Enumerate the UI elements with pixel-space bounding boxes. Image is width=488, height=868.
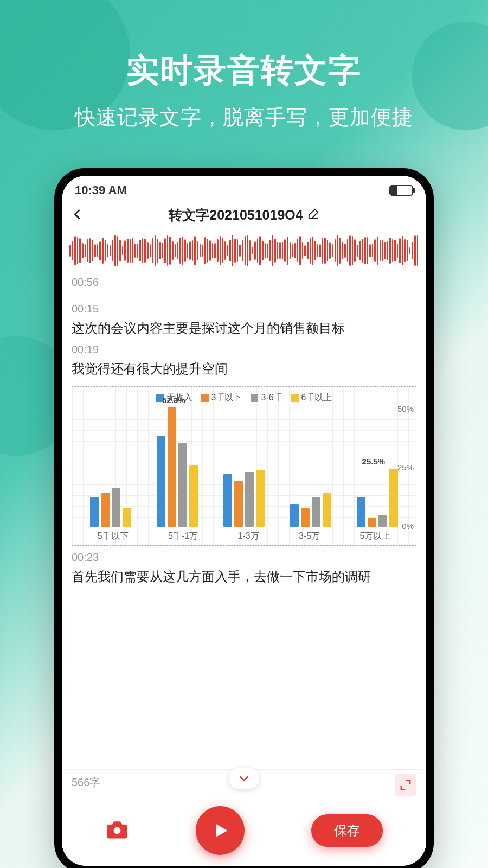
hero-subtitle: 快速记录文字，脱离手写，更加便捷 [0,104,488,131]
x-label: 1-3万 [237,531,259,542]
nav-title-wrap: 转文字2021051019O4 [90,206,398,224]
bar [368,518,376,527]
bar [178,443,187,527]
status-time: 10:39 AM [75,183,127,197]
transcript-line: 我觉得还有很大的提升空间 [72,359,416,379]
bar [312,497,320,527]
chart-legend: 无收入3千以下3-6千6千以上 [78,392,410,404]
phone-frame: 10:39 AM 转文字2021051019O4 00:56 00:15 这次的… [54,168,434,868]
transcript-line: 这次的会议内容主要是探讨这个月的销售额目标 [72,318,416,338]
svg-point-0 [113,827,120,834]
playback-position: 00:56 [62,273,426,297]
legend-item: 3-6千 [251,392,282,404]
play-icon [210,821,230,840]
document-title: 转文字2021051019O4 [169,206,303,224]
bar [301,508,310,527]
back-icon[interactable] [72,208,84,222]
char-count: 566字 [72,776,100,788]
bar [189,465,198,527]
bar [323,493,331,527]
bar [389,469,398,527]
chart-annotation: 25.5% [362,457,386,466]
chart-xlabels: 5千以下5千-1万1-3万3-5万5万以上 [78,531,410,542]
save-label: 保存 [334,823,360,838]
x-label: 5万以上 [359,531,390,542]
bar [123,508,131,527]
y-tick: 50% [397,404,414,413]
chevron-down-icon [238,773,250,784]
camera-button[interactable] [105,818,129,844]
timestamp: 00:19 [72,343,416,356]
bar [223,474,232,527]
timestamp: 00:23 [72,551,416,564]
bar [157,436,165,527]
bar-group: 52.3% [157,407,198,527]
hero-section: 实时录音转文字 快速记录文字，脱离手写，更加便捷 [0,0,488,131]
battery-icon [389,185,413,196]
legend-item: 3千以下 [201,392,242,404]
audio-waveform[interactable] [62,232,426,270]
bar [357,497,365,527]
expand-icon [400,779,412,791]
bar-group [90,488,131,527]
status-bar: 10:39 AM [62,176,426,201]
chart-annotation: 52.3% [162,395,185,405]
bar-group [290,493,331,527]
collapse-button[interactable] [229,768,259,789]
bar [256,470,265,527]
bar [112,488,120,527]
x-label: 3-5万 [299,531,320,542]
x-label: 5千以下 [98,531,129,542]
y-tick: 25% [397,463,414,472]
transcript-area: 00:15 这次的会议内容主要是探讨这个月的销售额目标 00:19 我觉得还有很… [62,297,426,769]
bar [90,497,99,527]
footer-toolbar: 566字 保存 [62,769,426,866]
chart: 无收入3千以下3-6千6千以上 50% 25% 0% 52.3%25.5% 5千… [72,386,416,546]
bar [168,407,176,527]
y-tick: 0% [402,521,414,531]
play-button[interactable] [196,806,245,855]
expand-button[interactable] [395,774,416,796]
bar-group [223,470,265,527]
legend-item: 6千以上 [291,392,332,404]
edit-icon[interactable] [307,207,319,223]
screen: 10:39 AM 转文字2021051019O4 00:56 00:15 这次的… [62,176,426,866]
transcript-line: 首先我们需要从这几方面入手，去做一下市场的调研 [72,567,416,586]
x-label: 5千-1万 [168,531,198,542]
timestamp: 00:15 [72,303,416,315]
bar [234,481,243,527]
bar [245,472,254,527]
nav-header: 转文字2021051019O4 [62,201,426,232]
bar-group: 25.5% [357,469,398,527]
save-button[interactable]: 保存 [311,814,383,847]
bar [378,515,387,527]
bar [101,493,110,527]
chart-plot: 52.3%25.5% [78,408,410,527]
hero-title: 实时录音转文字 [0,49,488,93]
svg-marker-1 [216,824,227,837]
bar [290,504,299,527]
